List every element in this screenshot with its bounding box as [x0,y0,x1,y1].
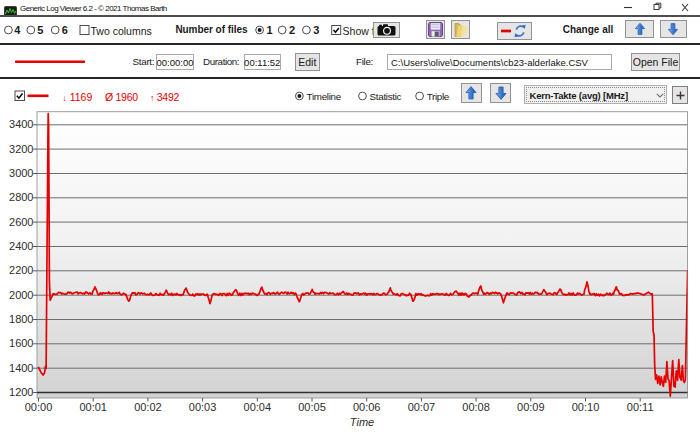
svg-text:00:01: 00:01 [79,401,107,413]
svg-text:00:10: 00:10 [572,401,600,413]
svg-text:1200: 1200 [9,386,33,398]
svg-text:00:11: 00:11 [627,401,654,413]
svg-text:00:08: 00:08 [462,401,490,413]
svg-text:00:06: 00:06 [353,401,381,413]
svg-text:1600: 1600 [9,337,33,349]
svg-text:1400: 1400 [9,362,33,374]
svg-text:Time: Time [350,416,374,428]
svg-text:00:04: 00:04 [244,401,272,413]
svg-text:2400: 2400 [9,240,33,252]
svg-text:00:00: 00:00 [25,401,53,413]
svg-text:00:09: 00:09 [517,401,545,413]
svg-text:3000: 3000 [9,167,33,179]
svg-text:3400: 3400 [9,118,33,130]
svg-text:2200: 2200 [9,264,33,276]
svg-text:00:03: 00:03 [189,401,217,413]
svg-text:00:02: 00:02 [134,401,162,413]
svg-text:2600: 2600 [9,216,33,228]
svg-text:2800: 2800 [9,191,33,203]
svg-text:3200: 3200 [9,143,33,155]
svg-text:1800: 1800 [9,313,33,325]
svg-text:00:05: 00:05 [298,401,326,413]
svg-text:2000: 2000 [9,289,33,301]
svg-text:00:07: 00:07 [408,401,436,413]
